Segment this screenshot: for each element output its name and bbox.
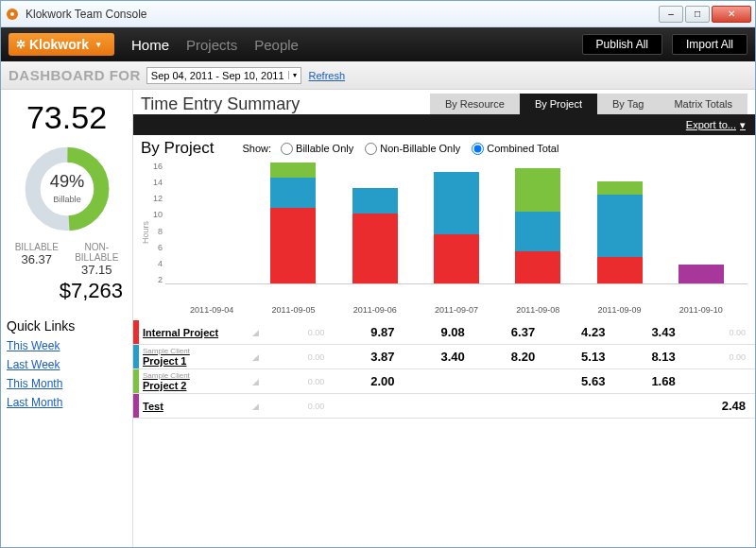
expand-icon[interactable]: ◢	[252, 377, 264, 386]
minimize-button[interactable]: –	[659, 6, 683, 23]
table-cell	[614, 404, 684, 408]
table-cell: 2.00	[334, 372, 404, 390]
tab-matrix-totals[interactable]: Matrix Totals	[659, 94, 747, 114]
bar-segment	[679, 265, 724, 283]
billable-hours: 36.37	[7, 252, 67, 266]
table-cell: 9.08	[404, 323, 474, 341]
nav-item-home[interactable]: Home	[131, 37, 169, 53]
refresh-link[interactable]: Refresh	[309, 70, 346, 81]
bar-segment	[597, 181, 643, 195]
bar-segment	[597, 195, 643, 257]
show-option[interactable]: Billable Only	[281, 143, 353, 155]
table-cell: 0.00	[264, 351, 334, 364]
window-title: Klokwork Team Console	[26, 8, 659, 21]
bar-segment	[515, 251, 560, 283]
bar-segment	[597, 257, 643, 283]
table-cell	[404, 380, 474, 384]
table-cell	[474, 404, 544, 408]
dropdown-icon: ▾	[288, 71, 297, 79]
bar-column	[352, 188, 398, 283]
bar-segment	[352, 214, 398, 283]
bar-segment	[270, 208, 316, 283]
nonbillable-caption: NON-BILLABLE	[67, 242, 128, 263]
show-option[interactable]: Combined Total	[472, 143, 558, 155]
bar-segment	[270, 163, 316, 178]
table-cell: 0.00	[264, 326, 334, 339]
project-name[interactable]: Sample ClientProject 1	[139, 345, 252, 368]
donut-label: Billable	[53, 195, 80, 204]
brand-menu[interactable]: ✲ Klokwork ▾	[9, 33, 114, 56]
table-cell: 0.00	[685, 326, 755, 339]
date-range-picker[interactable]: Sep 04, 2011 - Sep 10, 2011 ▾	[146, 67, 301, 84]
bar-segment	[352, 188, 398, 214]
caret-down-icon: ▾	[96, 40, 101, 49]
caret-down-icon: ▾	[740, 119, 746, 131]
y-axis-label: Hours	[141, 221, 150, 244]
bar-segment	[270, 178, 316, 207]
table-cell: 4.23	[544, 323, 614, 341]
project-name[interactable]: Internal Project	[139, 325, 252, 340]
svg-point-1	[10, 12, 14, 16]
maximize-button[interactable]: □	[685, 6, 710, 23]
sidebar: 73.52 49% Billable BILLABLE36.37 NON-BIL…	[1, 90, 133, 548]
bar-segment	[434, 172, 479, 235]
publish-all-button[interactable]: Publish All	[582, 34, 662, 55]
tab-by-project[interactable]: By Project	[520, 94, 597, 114]
bar-column	[434, 172, 479, 283]
table-cell: 9.87	[334, 323, 404, 341]
gear-icon: ✲	[16, 38, 26, 51]
table-cell	[404, 404, 474, 408]
export-link[interactable]: Export to...	[686, 119, 736, 130]
quick-link[interactable]: Last Week	[7, 358, 127, 371]
table-cell: 6.37	[474, 323, 544, 341]
table-cell: 5.13	[544, 348, 614, 366]
expand-icon[interactable]: ◢	[252, 352, 264, 362]
close-button[interactable]: ✕	[712, 6, 751, 23]
main-nav: ✲ Klokwork ▾ HomeProjectsPeople Publish …	[1, 27, 755, 61]
chart-plot	[165, 162, 747, 284]
table-cell: 3.87	[334, 348, 404, 366]
quick-link[interactable]: This Week	[7, 339, 127, 352]
section-title: Time Entry Summary	[141, 94, 300, 114]
expand-icon[interactable]: ◢	[252, 328, 264, 337]
table-row: Internal Project◢0.009.879.086.374.233.4…	[133, 320, 755, 345]
table-row: Sample ClientProject 1◢0.003.873.408.205…	[133, 345, 755, 369]
bar-segment	[515, 168, 560, 212]
nav-item-projects[interactable]: Projects	[186, 37, 237, 53]
window-titlebar: Klokwork Team Console – □ ✕	[1, 1, 755, 27]
table-cell: 1.68	[614, 372, 684, 390]
import-all-button[interactable]: Import All	[672, 34, 747, 55]
expand-icon[interactable]: ◢	[252, 402, 264, 411]
quick-link[interactable]: This Month	[7, 377, 127, 390]
bar-column	[679, 265, 724, 283]
table-cell: 3.40	[404, 348, 474, 366]
billable-caption: BILLABLE	[7, 242, 67, 252]
bar-column	[597, 181, 643, 283]
chart-title: By Project	[141, 139, 214, 158]
app-icon	[5, 7, 20, 22]
table-cell: 0.00	[264, 400, 334, 413]
quick-links-title: Quick Links	[7, 318, 127, 334]
table-cell: 2.48	[685, 397, 755, 415]
revenue: $7,263	[7, 279, 127, 303]
show-option[interactable]: Non-Billable Only	[365, 143, 460, 155]
quick-link[interactable]: Last Month	[7, 396, 127, 409]
bar-segment	[434, 234, 479, 283]
table-cell	[544, 404, 614, 408]
table-row: Test◢0.002.48	[133, 394, 755, 419]
project-name[interactable]: Sample ClientProject 2	[139, 369, 252, 393]
nav-item-people[interactable]: People	[254, 37, 299, 53]
table-cell	[685, 380, 755, 384]
date-range-text: Sep 04, 2011 - Sep 10, 2011	[151, 70, 284, 81]
billable-donut: 49% Billable	[22, 144, 112, 234]
tab-by-tag[interactable]: By Tag	[597, 94, 659, 114]
data-table: Internal Project◢0.009.879.086.374.233.4…	[133, 320, 755, 419]
table-cell: 8.20	[474, 348, 544, 366]
dashboard-bar: DASHBOARD FOR Sep 04, 2011 - Sep 10, 201…	[1, 61, 755, 90]
tab-by-resource[interactable]: By Resource	[430, 94, 520, 114]
project-name[interactable]: Test	[139, 399, 252, 414]
table-row: Sample ClientProject 2◢0.002.005.631.68	[133, 369, 755, 394]
bar-column	[270, 163, 316, 283]
table-cell: 3.43	[614, 323, 684, 341]
bar-column	[515, 168, 560, 283]
